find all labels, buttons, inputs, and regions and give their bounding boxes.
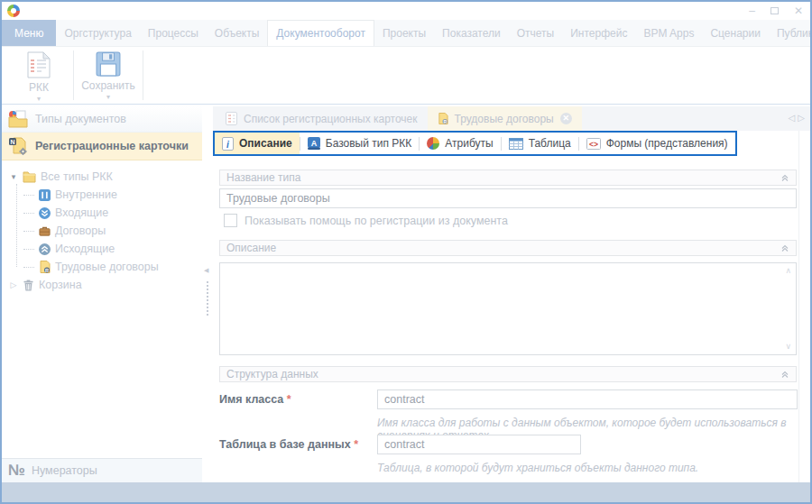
rkk-button[interactable]: РКК ▾ <box>7 47 70 104</box>
menu-item-scenarios[interactable]: Сценарии <box>702 20 768 46</box>
sidebar-item-numerators[interactable]: № Нумераторы <box>2 458 202 482</box>
menu-item-projects[interactable]: Проекты <box>374 20 434 46</box>
expander-right-icon[interactable]: ▷ <box>9 280 18 289</box>
tree-item-trash[interactable]: ▷ Корзина <box>2 276 202 294</box>
class-name-label: Имя класса * <box>219 393 291 406</box>
db-table-hint: Таблица, в которой будут храниться объек… <box>377 462 698 474</box>
section-title: Структура данных <box>226 368 318 380</box>
db-table-label: Таблица в базе данных * <box>219 438 358 451</box>
menu-item-menu[interactable]: Меню <box>2 20 56 46</box>
tree-connector-line <box>16 184 17 267</box>
expander-down-icon[interactable]: ▾ <box>9 172 18 181</box>
trash-icon <box>23 279 34 291</box>
close-button[interactable]: ✕ <box>794 5 803 16</box>
save-button[interactable]: Сохранить ▾ <box>77 47 140 104</box>
tab-label: Формы (представления) <box>606 137 728 150</box>
numerators-icon: № <box>8 462 25 480</box>
rkk-dropdown-caret-icon[interactable]: ▾ <box>37 95 41 103</box>
tab-label: Таблица <box>529 137 571 150</box>
tab-table[interactable]: Таблица <box>502 133 578 154</box>
folder-icon <box>23 171 36 183</box>
tree-item-label: Входящие <box>55 206 108 219</box>
menu-item-orgstructure[interactable]: Оргструктура <box>56 20 139 46</box>
tree-connector-stub <box>23 249 34 250</box>
collapse-left-icon[interactable]: ◀ <box>204 267 208 274</box>
svg-text:A: A <box>311 139 318 148</box>
menu-item-indicators[interactable]: Показатели <box>434 20 509 46</box>
db-table-input[interactable] <box>377 435 581 454</box>
menu-item-document-flow[interactable]: Документооборот <box>267 20 374 46</box>
collapse-section-icon[interactable] <box>780 370 789 379</box>
sidebar: Типы документов N <box>2 106 202 482</box>
tab-card-list[interactable]: Список регистрационных карточек <box>216 106 428 131</box>
sidebar-item-label: Типы документов <box>35 113 126 125</box>
main-menu-bar: Меню Оргструктура Процессы Объекты Докум… <box>2 20 810 47</box>
collapse-section-icon[interactable] <box>780 243 789 252</box>
toolbar-separator <box>143 50 143 100</box>
tab-forms[interactable]: <> Формы (представления) <box>579 133 735 154</box>
save-button-label: Сохранить <box>81 79 135 92</box>
tree-connector-stub <box>23 213 34 214</box>
menu-item-processes[interactable]: Процессы <box>140 20 207 46</box>
section-header-description: Описание <box>219 240 797 256</box>
menu-item-interface[interactable]: Интерфейс <box>562 20 635 46</box>
tree-item-internal[interactable]: Внутренние <box>2 186 202 204</box>
sidebar-item-document-types[interactable]: Типы документов <box>2 106 202 133</box>
contracts-briefcase-icon <box>39 225 51 237</box>
tab-attributes[interactable]: Атрибуты <box>420 133 500 154</box>
tab-base-type[interactable]: A Базовый тип РКК <box>300 133 420 154</box>
tree-item-label: Внутренние <box>55 188 117 201</box>
tree-item-label: Корзина <box>39 279 82 291</box>
tab-close-icon[interactable]: ✕ <box>560 113 572 124</box>
base-type-icon: A <box>308 137 320 150</box>
type-name-input[interactable] <box>219 188 797 208</box>
section-title: Описание <box>226 242 276 254</box>
splitter-handle[interactable] <box>207 281 208 316</box>
document-tab-strip: Список регистрационных карточек R Трудов… <box>213 106 810 131</box>
labor-contract-icon: R <box>438 113 448 124</box>
maximize-button[interactable] <box>770 7 779 14</box>
tree-item-labor-contracts[interactable]: R Трудовые договоры <box>2 258 202 276</box>
tab-label: Базовый тип РКК <box>326 137 412 150</box>
tree-item-label: Исходящие <box>55 243 115 255</box>
menu-item-objects[interactable]: Объекты <box>207 20 268 46</box>
rkk-button-label: РКК <box>29 81 49 94</box>
tree-item-label: Трудовые договоры <box>55 261 159 273</box>
tab-description[interactable]: i Описание <box>215 133 300 154</box>
class-name-input[interactable] <box>377 389 798 409</box>
collapse-section-icon[interactable] <box>780 173 789 182</box>
registration-cards-icon: N <box>8 137 28 155</box>
incoming-docs-icon <box>39 207 51 219</box>
sidebar-splitter[interactable]: ◀ <box>202 106 213 482</box>
show-help-checkbox[interactable] <box>224 214 237 227</box>
menu-item-bpm-apps[interactable]: BPM Apps <box>635 20 702 46</box>
tree-item-contracts[interactable]: Договоры <box>2 222 202 240</box>
minimize-button[interactable]: – <box>749 5 755 16</box>
sidebar-item-registration-cards[interactable]: N Регистрационные карточки <box>2 133 202 160</box>
ribbon-toolbar: РКК ▾ Сохранить ▾ <box>2 47 810 105</box>
save-dropdown-caret-icon[interactable]: ▾ <box>106 93 110 101</box>
tree-connector-stub <box>23 231 34 232</box>
section-title: Название типа <box>226 171 300 184</box>
menu-item-reports[interactable]: Отчеты <box>509 20 562 46</box>
required-mark: * <box>354 438 358 451</box>
section-header-type-name: Название типа <box>219 170 797 186</box>
rkk-document-icon <box>27 51 51 78</box>
card-list-icon <box>226 112 237 125</box>
scroll-down-icon[interactable]: ∨ <box>785 343 791 351</box>
forms-code-icon: <> <box>586 138 601 150</box>
app-logo-icon <box>7 5 20 17</box>
tree-item-outgoing[interactable]: Исходящие <box>2 240 202 258</box>
table-grid-icon <box>509 138 523 150</box>
menu-item-publication[interactable]: Публикация <box>769 20 812 46</box>
type-description-form: Название типа Показывать помощь по регис… <box>213 156 798 482</box>
labor-contract-icon: R <box>39 261 51 273</box>
description-textarea[interactable] <box>220 263 796 354</box>
tab-labor-contracts[interactable]: R Трудовые договоры ✕ <box>428 106 582 131</box>
scroll-up-icon[interactable]: ∧ <box>785 267 791 275</box>
tree-item-all-rkk-types[interactable]: ▾ Все типы РКК <box>2 168 202 186</box>
tree-item-incoming[interactable]: Входящие <box>2 204 202 222</box>
tab-scroll-arrows[interactable]: ◁▷ <box>789 113 807 123</box>
required-mark: * <box>287 393 291 406</box>
status-bar <box>2 482 810 502</box>
